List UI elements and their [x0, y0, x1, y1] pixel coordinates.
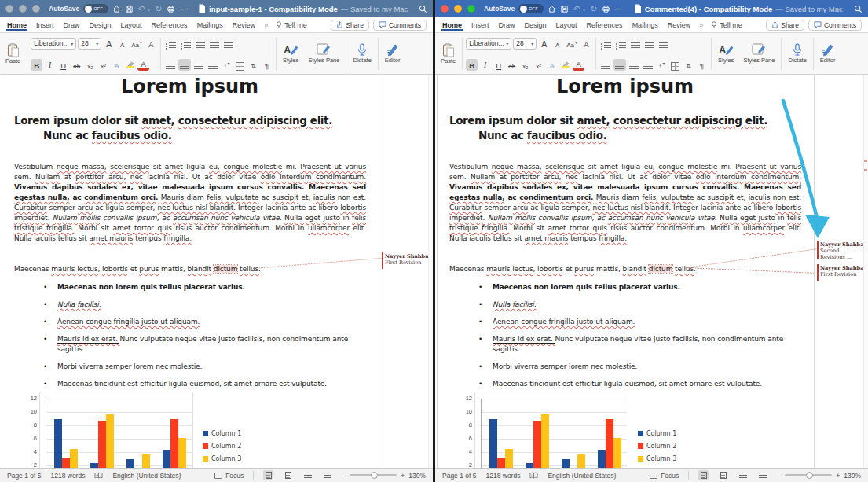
tab-references[interactable]: References [586, 19, 624, 31]
zoom-out-icon[interactable]: − [777, 472, 781, 480]
tab-home[interactable]: Home [6, 19, 27, 31]
web-layout-view-button[interactable] [718, 470, 728, 480]
styles-pane-button[interactable]: Styles Pane [305, 35, 342, 72]
focus-button[interactable]: Focus [650, 472, 679, 480]
print-icon[interactable] [167, 5, 175, 13]
clear-formatting-button[interactable]: A [580, 38, 592, 50]
zoom-slider-knob[interactable] [371, 472, 378, 479]
zoom-slider[interactable] [350, 474, 397, 476]
styles-pane-button[interactable]: Styles Pane [740, 35, 778, 72]
web-layout-view-button[interactable] [283, 470, 293, 480]
sort-button[interactable]: ⇅ [683, 59, 694, 71]
print-layout-view-button[interactable] [698, 470, 709, 480]
font-size-select[interactable]: 28 ▾ [78, 38, 101, 50]
line-spacing-button[interactable]: ↕▾ [656, 59, 668, 71]
subscript-button[interactable]: x₂ [519, 59, 531, 71]
zoom-level[interactable]: 130% [844, 472, 861, 480]
shrink-font-button[interactable]: A [551, 38, 563, 50]
numbering-button[interactable] [614, 38, 628, 50]
save-icon[interactable] [125, 5, 134, 13]
more-commands-icon[interactable]: ⋯ [179, 5, 188, 13]
tab-review[interactable]: Review [232, 19, 257, 31]
superscript-button[interactable]: x² [97, 59, 109, 71]
highlight-button[interactable] [124, 59, 136, 71]
language-indicator[interactable]: English (United States) [112, 472, 181, 480]
editor-button[interactable]: Editor [382, 35, 404, 72]
redo-icon[interactable]: ↻ [155, 5, 162, 13]
font-name-select[interactable]: Liberation... ▾ [31, 38, 76, 50]
tab-insert[interactable]: Insert [35, 19, 55, 31]
undo-dropdown-icon[interactable]: ⌄ [146, 6, 151, 12]
tab-mailings[interactable]: Mailings [196, 19, 224, 31]
undo-icon[interactable]: ↶ [573, 5, 580, 13]
tab-design[interactable]: Design [524, 19, 548, 31]
fullscreen-button[interactable] [32, 5, 40, 13]
autosave-toggle[interactable]: OFF [83, 4, 108, 13]
align-left-button[interactable] [599, 59, 612, 71]
align-right-button[interactable] [628, 59, 640, 71]
font-color-button[interactable]: A [573, 59, 584, 71]
paste-button[interactable]: Paste [2, 35, 24, 72]
document-page[interactable]: Lorem ipsum Lorem ipsum dolor sit amet, … [435, 75, 868, 468]
show-formatting-marks-button[interactable]: ¶ [696, 59, 708, 71]
paste-button[interactable]: Paste [438, 35, 459, 72]
strikethrough-button[interactable]: ab [506, 59, 518, 71]
multilevel-list-button[interactable] [194, 38, 207, 50]
shrink-font-button[interactable]: A [116, 38, 128, 50]
home-icon[interactable] [112, 5, 121, 13]
underline-button[interactable]: U [57, 59, 69, 71]
numbering-button[interactable] [179, 38, 192, 50]
save-icon[interactable] [560, 5, 569, 13]
dictate-button[interactable]: Dictate [350, 35, 374, 72]
tab-insert[interactable]: Insert [471, 19, 490, 31]
align-left-button[interactable] [164, 59, 177, 71]
search-icon[interactable] [419, 5, 427, 13]
close-button[interactable] [5, 5, 13, 13]
tab-home[interactable]: Home [441, 19, 463, 31]
change-case-button[interactable]: Aa▾ [565, 38, 579, 50]
autosave-toggle[interactable]: OFF [518, 4, 544, 13]
line-spacing-button[interactable]: ↕▾ [221, 59, 233, 71]
bold-button[interactable]: B [31, 59, 42, 71]
redo-icon[interactable]: ↻ [590, 5, 597, 13]
increase-indent-button[interactable] [222, 38, 235, 50]
draft-view-button[interactable] [757, 470, 767, 480]
highlight-button[interactable] [559, 59, 571, 71]
outline-view-button[interactable] [738, 470, 748, 480]
editor-button[interactable]: Editor [817, 35, 839, 72]
show-formatting-marks-button[interactable]: ¶ [261, 59, 273, 71]
spellcheck-icon[interactable] [94, 472, 103, 480]
italic-button[interactable]: I [44, 59, 56, 71]
tab-tell-me[interactable]: Tell me [711, 21, 742, 29]
tab-tell-me[interactable]: Tell me [276, 21, 307, 29]
multilevel-list-button[interactable] [629, 38, 642, 50]
zoom-slider-knob[interactable] [806, 472, 813, 479]
print-icon[interactable] [602, 5, 610, 13]
language-indicator[interactable]: English (United States) [548, 472, 616, 480]
undo-icon[interactable]: ↶ [137, 5, 145, 13]
outline-view-button[interactable] [302, 470, 313, 480]
document-scrollbar[interactable] [428, 75, 433, 468]
font-name-select[interactable]: Liberation... ▾ [466, 38, 511, 50]
superscript-button[interactable]: x² [533, 59, 544, 71]
strikethrough-button[interactable]: ab [71, 59, 82, 71]
share-button[interactable]: Share [766, 20, 804, 31]
font-color-button[interactable]: A [137, 59, 149, 71]
focus-button[interactable]: Focus [214, 472, 244, 480]
tab-draw[interactable]: Draw [498, 19, 516, 31]
borders-button[interactable] [669, 59, 681, 71]
justify-button[interactable] [207, 59, 219, 71]
bold-button[interactable]: B [466, 59, 478, 71]
styles-button[interactable]: A Styles [280, 35, 302, 72]
document-page[interactable]: Lorem ipsum Lorem ipsum dolor sit amet, … [0, 75, 433, 468]
tabs-overflow-icon[interactable]: » [264, 21, 268, 29]
comments-button[interactable]: Comments [373, 20, 427, 31]
grow-font-button[interactable]: A [103, 38, 115, 50]
margin-comment[interactable]: Nayyer Shahbaz First Revision [820, 265, 863, 278]
margin-comment[interactable]: Nayyer Shahbaz Second Revisions ... [820, 241, 863, 261]
tab-review[interactable]: Review [667, 19, 692, 31]
clear-formatting-button[interactable]: A [145, 38, 157, 50]
document-scrollbar[interactable] [863, 75, 868, 468]
sort-button[interactable]: ⇅ [247, 59, 259, 71]
comments-button[interactable]: Comments [808, 20, 862, 31]
